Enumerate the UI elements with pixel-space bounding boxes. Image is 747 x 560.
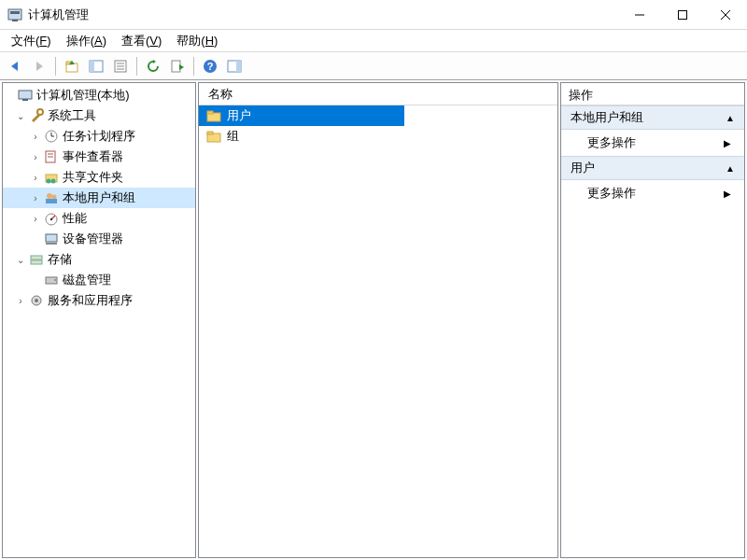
expand-twisty[interactable]: ›	[29, 152, 42, 162]
tree-task-scheduler[interactable]: › 任务计划程序	[3, 126, 195, 147]
services-icon	[29, 293, 44, 308]
expand-twisty-open[interactable]: ⌄	[14, 111, 27, 121]
menu-view[interactable]: 查看(V)	[114, 31, 169, 51]
svg-rect-44	[46, 243, 57, 245]
show-hide-tree-button[interactable]	[85, 55, 107, 77]
actions-section-label: 用户	[571, 160, 595, 176]
svg-rect-1	[10, 11, 20, 14]
storage-icon	[29, 252, 44, 267]
refresh-button[interactable]	[142, 55, 164, 77]
properties-button[interactable]	[109, 55, 132, 77]
disk-icon	[44, 273, 59, 287]
toolbar-separator	[55, 57, 56, 76]
toolbar-separator	[136, 57, 137, 76]
tree-root[interactable]: 计算机管理(本地)	[3, 85, 195, 105]
actions-section-label: 本地用户和组	[571, 109, 643, 126]
svg-marker-18	[153, 60, 156, 63]
svg-rect-39	[46, 199, 57, 203]
svg-rect-54	[207, 132, 213, 134]
expand-twisty[interactable]: ›	[29, 173, 42, 183]
tree-label: 共享文件夹	[63, 169, 123, 186]
svg-rect-26	[22, 99, 28, 101]
svg-point-36	[51, 179, 56, 184]
event-viewer-icon	[44, 149, 59, 164]
tree-label: 本地用户和组	[63, 189, 135, 206]
menu-action[interactable]: 操作(A)	[59, 31, 114, 51]
list-column-header-name[interactable]: 名称	[199, 83, 557, 105]
tree-label: 事件查看器	[63, 148, 123, 165]
chevron-right-icon: ▶	[724, 189, 731, 199]
actions-more-link[interactable]: 更多操作 ▶	[561, 130, 744, 156]
expand-twisty[interactable]: ›	[14, 296, 27, 306]
tree-services-apps[interactable]: › 服务和应用程序	[3, 290, 195, 311]
tree-label: 系统工具	[48, 107, 96, 124]
show-actions-pane-button[interactable]	[223, 55, 246, 77]
help-button[interactable]: ?	[199, 55, 221, 77]
tree-label: 存储	[48, 251, 72, 268]
tree-performance[interactable]: › 性能	[3, 208, 195, 229]
shared-folder-icon	[44, 170, 59, 185]
nav-forward-button[interactable]	[28, 55, 50, 77]
tree-local-users-groups[interactable]: › 本地用户和组	[3, 188, 195, 208]
svg-marker-20	[179, 64, 184, 70]
export-button[interactable]	[166, 55, 189, 77]
tree-label: 计算机管理(本地)	[36, 87, 130, 104]
svg-rect-19	[172, 61, 180, 72]
tree-event-viewer[interactable]: › 事件查看器	[3, 147, 195, 167]
tree-label: 性能	[63, 210, 87, 227]
list-body: 用户 组	[199, 105, 404, 147]
svg-rect-45	[31, 256, 42, 259]
expand-twisty-open[interactable]: ⌄	[14, 255, 27, 265]
up-button[interactable]	[61, 55, 83, 77]
maximize-button[interactable]	[661, 0, 704, 30]
menu-help[interactable]: 帮助(H)	[169, 31, 225, 51]
computer-mgmt-icon	[18, 88, 33, 103]
toolbar-separator	[193, 57, 194, 76]
tree-label: 设备管理器	[63, 231, 123, 247]
collapse-icon: ▲	[726, 113, 735, 123]
list-item-label: 组	[227, 128, 239, 145]
performance-icon	[44, 211, 59, 226]
tree-label: 任务计划程序	[63, 128, 135, 145]
svg-rect-0	[8, 9, 21, 20]
svg-rect-43	[46, 234, 57, 242]
close-button[interactable]	[704, 0, 747, 30]
actions-section-header[interactable]: 本地用户和组 ▲	[561, 105, 744, 130]
tree-storage[interactable]: ⌄ 存储	[3, 249, 195, 270]
tree-shared-folders[interactable]: › 共享文件夹	[3, 167, 195, 188]
nav-back-button[interactable]	[4, 55, 26, 77]
actions-more-link[interactable]: 更多操作 ▶	[561, 180, 744, 206]
minimize-button[interactable]	[618, 0, 661, 30]
svg-rect-25	[19, 91, 32, 99]
svg-marker-8	[36, 62, 43, 71]
svg-point-35	[47, 179, 51, 184]
svg-rect-24	[236, 61, 241, 72]
tree-device-manager[interactable]: 设备管理器	[3, 229, 195, 249]
list-pane: 名称 用户 组	[198, 82, 558, 558]
svg-rect-46	[31, 260, 42, 264]
list-item-users[interactable]: 用户	[199, 105, 404, 126]
collapse-icon: ▲	[726, 163, 735, 174]
tools-icon	[29, 108, 44, 123]
actions-section-header[interactable]: 用户 ▲	[561, 156, 744, 180]
svg-point-37	[47, 193, 52, 199]
svg-marker-7	[11, 62, 18, 71]
toolbar: ?	[0, 52, 747, 80]
expand-twisty[interactable]: ›	[29, 214, 42, 224]
svg-rect-52	[207, 111, 213, 114]
clock-icon	[44, 129, 59, 144]
window-controls	[618, 0, 747, 30]
tree-system-tools[interactable]: ⌄ 系统工具	[3, 105, 195, 126]
list-item-groups[interactable]: 组	[199, 126, 404, 147]
expand-twisty[interactable]: ›	[29, 132, 42, 142]
actions-pane-title: 操作	[561, 83, 744, 105]
folder-icon	[206, 129, 221, 144]
main-area: 计算机管理(本地) ⌄ 系统工具 › 任务计划程序 › 事件查看器 › 共享文件…	[0, 80, 747, 560]
svg-point-38	[52, 195, 57, 200]
tree-disk-management[interactable]: 磁盘管理	[3, 270, 195, 290]
device-manager-icon	[44, 231, 59, 246]
window-title: 计算机管理	[28, 7, 618, 23]
users-groups-icon	[44, 190, 59, 205]
expand-twisty[interactable]: ›	[29, 193, 42, 203]
menu-file[interactable]: 文件(F)	[4, 31, 59, 51]
